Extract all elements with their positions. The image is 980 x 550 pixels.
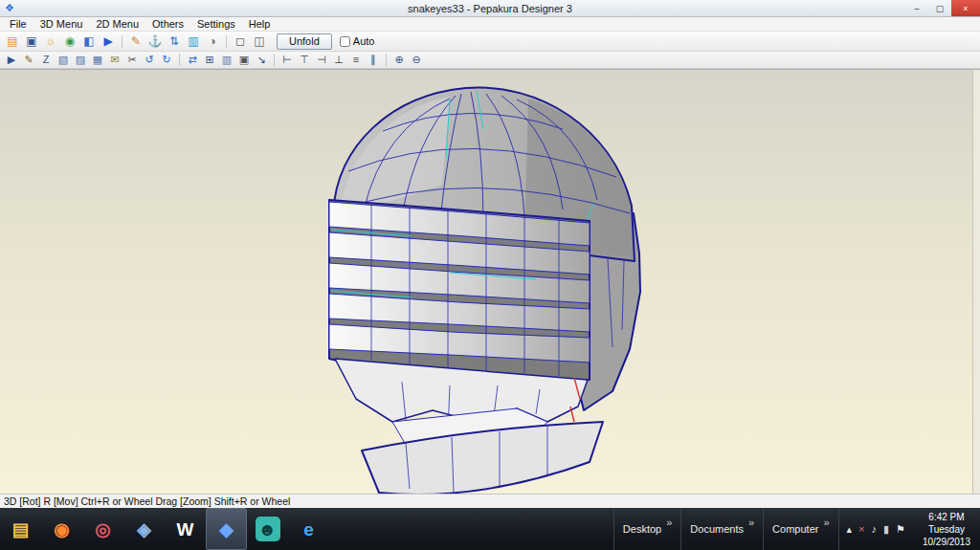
flip-vertical-button[interactable]: ⇅	[165, 33, 184, 50]
deskband-chevron-icon[interactable]: »	[666, 517, 672, 528]
w-app-icon: W	[173, 517, 198, 541]
texture-sphere-button[interactable]: ◉	[60, 33, 79, 50]
rotate-cw-icon: ↻	[162, 55, 170, 65]
rotate-ccw-button[interactable]: ↺	[141, 53, 158, 67]
flip-vertical-icon: ⇅	[169, 35, 179, 47]
deskband-computer[interactable]: Computer»	[763, 508, 837, 550]
pepakura-logo-icon: ❖	[5, 3, 14, 13]
viewport-scrollbar[interactable]	[972, 70, 980, 494]
distribute-v-icon: ∥	[370, 55, 376, 65]
toolbar-separator	[386, 54, 387, 66]
pencil-button[interactable]: ✎	[126, 33, 145, 50]
distribute-v-button[interactable]: ∥	[365, 53, 382, 67]
minimize-button[interactable]: –	[905, 0, 928, 16]
export-corner-button[interactable]: ↘	[253, 53, 270, 67]
open-file-button[interactable]: ▤	[3, 33, 22, 50]
snake-eyes-helmet-model[interactable]	[0, 70, 972, 494]
mail-export-icon: ✉	[110, 55, 119, 65]
auto-checkbox[interactable]	[340, 36, 350, 47]
menu-item-3d-menu[interactable]: 3D Menu	[33, 18, 90, 30]
rotate-cw-button[interactable]: ↻	[158, 53, 175, 67]
media-app-icon: ◈	[132, 517, 157, 541]
deskband-documents[interactable]: Documents»	[680, 508, 763, 550]
anchor-button[interactable]: ⚓	[145, 33, 165, 50]
sheet-grid-icon: ▦	[93, 55, 102, 65]
cut-edge-button[interactable]: ✂	[123, 53, 141, 67]
deskband-desktop[interactable]: Desktop»	[613, 508, 680, 550]
chart-button[interactable]: ▥	[184, 33, 203, 50]
fill-icon: ◑	[209, 35, 215, 47]
toolbar-separator	[179, 54, 180, 66]
taskbar-app-pepakura-designer[interactable]: ◆	[206, 508, 247, 550]
close-button[interactable]: ×	[951, 0, 980, 16]
pane-single-icon: ◻	[235, 35, 245, 47]
mail-export-button[interactable]: ✉	[106, 53, 123, 67]
power-icon[interactable]: ▮	[883, 523, 889, 536]
menu-item-file[interactable]: File	[3, 18, 33, 30]
align-top-icon: ⊤	[300, 55, 309, 65]
view-shade-button[interactable]: ◧	[79, 33, 99, 50]
taskbar-app-file-explorer[interactable]: ▤	[0, 508, 41, 550]
network-alert-icon[interactable]: ×	[858, 523, 864, 535]
3d-viewport[interactable]	[0, 69, 980, 494]
maximize-button[interactable]: ▢	[928, 0, 951, 16]
sleep-part-icon: Z	[43, 55, 50, 65]
menu-item-2d-menu[interactable]: 2D Menu	[89, 18, 145, 30]
pane-split-icon: ◫	[254, 35, 264, 47]
join-face-icon: ▨	[76, 55, 85, 65]
open-file-icon: ▤	[7, 35, 17, 47]
image-viewer-icon: ◎	[91, 517, 116, 541]
taskbar-app-internet-explorer[interactable]: e	[288, 508, 329, 550]
menu-item-help[interactable]: Help	[242, 18, 278, 30]
main-toolbar: ▤▣☼◉◧▶✎⚓⇅▥◑◻◫Unfold Auto	[0, 32, 980, 52]
zoom-out-button[interactable]: ⊖	[408, 53, 425, 67]
edge-id-button[interactable]: ⊞	[201, 53, 218, 67]
show-hidden-icons-icon[interactable]: ▴	[847, 523, 853, 536]
title-bar[interactable]: ❖ snakeyes33 - Pepakura Designer 3 –▢×	[0, 0, 980, 17]
fill-button[interactable]: ◑	[203, 33, 222, 50]
pane-split-button[interactable]: ◫	[250, 33, 269, 50]
menu-item-others[interactable]: Others	[145, 18, 190, 30]
light-button[interactable]: ☼	[41, 33, 60, 50]
auto-checkbox-label: Auto	[353, 35, 375, 47]
taskbar-app-w-app[interactable]: W	[165, 508, 206, 550]
unfold-button[interactable]: Unfold	[277, 33, 332, 50]
sheet-grid-button[interactable]: ▦	[89, 53, 106, 67]
pane-single-button[interactable]: ◻	[231, 33, 250, 50]
align-left-button[interactable]: ⊢	[278, 53, 296, 67]
join-face-button[interactable]: ▨	[72, 53, 89, 67]
flag-icon[interactable]: ⚑	[896, 523, 905, 536]
taskbar-app-media-app[interactable]: ◈	[123, 508, 165, 550]
divide-face-button[interactable]: ▧	[55, 53, 72, 67]
distribute-h-icon: ≡	[353, 55, 359, 65]
save-file-button[interactable]: ▣	[22, 33, 41, 50]
select-arrow-button[interactable]: ▶	[99, 33, 118, 50]
align-top-button[interactable]: ⊤	[296, 53, 313, 67]
taskbar-app-image-viewer[interactable]: ◎	[82, 508, 123, 550]
sleep-part-button[interactable]: Z	[37, 53, 55, 67]
print-button[interactable]: ▣	[235, 53, 253, 67]
zoom-out-icon: ⊖	[412, 55, 420, 65]
zoom-in-icon: ⊕	[394, 55, 403, 65]
deskband-chevron-icon[interactable]: »	[823, 517, 829, 528]
clock-date: 10/29/2013	[923, 536, 970, 548]
align-right-button[interactable]: ⊣	[313, 53, 330, 67]
select-mode-button[interactable]: ▶	[3, 53, 20, 67]
volume-icon[interactable]: ♪	[872, 523, 878, 535]
edit-flap-icon: ✎	[24, 55, 33, 65]
zoom-in-button[interactable]: ⊕	[390, 53, 408, 67]
window-controls: –▢×	[905, 0, 980, 16]
taskbar-app-firefox[interactable]: ◉	[41, 508, 82, 550]
align-bottom-button[interactable]: ⊥	[330, 53, 347, 67]
page-layout-button[interactable]: ▥	[218, 53, 235, 67]
distribute-h-button[interactable]: ≡	[347, 53, 365, 67]
edit-flap-button[interactable]: ✎	[20, 53, 37, 67]
menu-item-settings[interactable]: Settings	[190, 18, 242, 30]
swap-parts-button[interactable]: ⇄	[184, 53, 201, 67]
select-arrow-icon: ▶	[103, 35, 112, 47]
taskbar-app-teal-app[interactable]: ☻	[247, 508, 288, 550]
deskband-chevron-icon[interactable]: »	[748, 517, 754, 528]
secondary-toolbar: ▶✎Z▧▨▦✉✂↺↻⇄⊞▥▣↘⊢⊤⊣⊥≡∥⊕⊖	[0, 52, 980, 69]
align-right-icon: ⊣	[317, 55, 326, 65]
taskbar-clock[interactable]: 6:42 PM Tuesday 10/29/2013	[913, 508, 980, 550]
